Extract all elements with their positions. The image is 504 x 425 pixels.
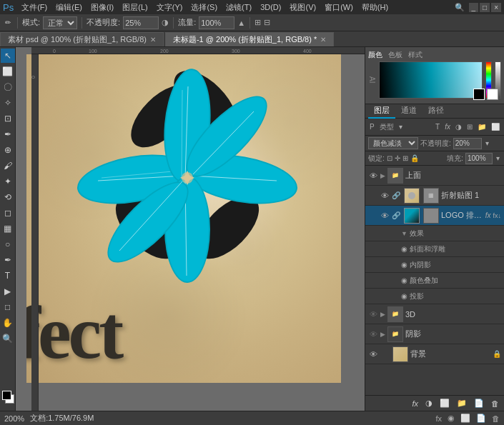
foreground-swatch[interactable]	[473, 89, 485, 100]
channels-tab[interactable]: 通道	[395, 104, 423, 119]
layer-opacity-input[interactable]	[453, 138, 482, 149]
opacity-arrow[interactable]: ▾	[484, 139, 490, 148]
layer-fill-input[interactable]	[465, 153, 493, 164]
status-circle-btn[interactable]: ◉	[448, 414, 455, 423]
filter-btn-adj[interactable]: ◑	[454, 122, 463, 131]
effect-bevel[interactable]: ◉ 斜面和浮雕	[365, 241, 504, 257]
blend-mode-select[interactable]: 正常	[43, 16, 77, 29]
fill-input[interactable]	[199, 16, 234, 29]
tool-eraser[interactable]: ◻	[1, 206, 15, 220]
tool-stamp[interactable]: ✦	[1, 174, 15, 189]
effect-color-overlay[interactable]: ◉ 颜色叠加	[365, 273, 504, 289]
menu-text[interactable]: 文字(Y)	[153, 2, 187, 13]
tab-main[interactable]: 未标题-1 @ 200% (折射贴图_1, RGB/8) * ✕	[165, 32, 334, 46]
filter-btn-smart[interactable]: ⊞	[465, 122, 474, 131]
menu-layer[interactable]: 图层(L)	[119, 2, 151, 13]
layer-logo2-visibility[interactable]: 👁	[380, 211, 390, 221]
effect-drop-shadow[interactable]: ◉ 投影	[365, 289, 504, 304]
tool-heal[interactable]: ⊕	[1, 143, 15, 157]
gradient-picker[interactable]	[379, 61, 483, 99]
filter-btn-fx[interactable]: fx	[443, 122, 452, 131]
opacity-input[interactable]	[123, 16, 159, 29]
layers-group-btn[interactable]: 📁	[455, 398, 469, 409]
tool-zoom[interactable]: 🔍	[1, 331, 15, 346]
swatch-tab[interactable]: 色板	[388, 50, 402, 60]
tool-move[interactable]: ↖	[1, 49, 15, 63]
tool-select-rect[interactable]: ⬜	[1, 64, 15, 79]
layer-shang-visibility[interactable]: 👁	[368, 171, 378, 181]
layer-blend-mode[interactable]: 颜色减淡	[368, 137, 418, 149]
tab-source-close[interactable]: ✕	[150, 36, 156, 44]
layer-bg-visibility[interactable]: 👁	[368, 349, 378, 359]
effect-bevel-vis[interactable]: ◉	[401, 245, 407, 253]
layer-shang-expand[interactable]: ▶	[380, 172, 385, 179]
layer-fold1-visibility[interactable]: 👁	[380, 191, 390, 201]
effect-inner-shadow[interactable]: ◉ 内阴影	[365, 257, 504, 273]
tool-options-btn[interactable]: ✏	[3, 18, 13, 27]
menu-3d[interactable]: 3D(D)	[257, 3, 285, 11]
menu-filter[interactable]: 滤镜(T)	[222, 2, 255, 13]
style-tab[interactable]: 样式	[408, 50, 423, 60]
menu-help[interactable]: 帮助(H)	[358, 2, 392, 13]
color-tab[interactable]: 颜色	[368, 50, 382, 60]
layers-adjustment-btn[interactable]: ◑	[423, 398, 435, 409]
layer-3d-expand[interactable]: ▶	[380, 311, 385, 318]
layers-tab[interactable]: 图层	[368, 104, 395, 119]
status-delete-btn[interactable]: 🗑	[492, 414, 500, 423]
close-button[interactable]: ×	[491, 3, 501, 12]
menu-select[interactable]: 选择(S)	[187, 2, 221, 13]
tab-source[interactable]: 素材 psd @ 100% (折射贴图_1, RGB/8) ✕	[0, 32, 164, 46]
paths-tab[interactable]: 路径	[423, 104, 450, 119]
effects-expand[interactable]: ▼	[401, 230, 407, 237]
tool-path-select[interactable]: ▶	[1, 284, 15, 299]
status-mask-btn[interactable]: ⬜	[460, 414, 470, 423]
minimize-button[interactable]: _	[469, 3, 479, 12]
lock-all-icon[interactable]: 🔒	[410, 154, 419, 162]
lock-move-icon[interactable]: ✛	[395, 154, 400, 162]
layer-shang[interactable]: 👁 ▶ 📁 上面	[365, 166, 504, 186]
filter-btn-t[interactable]: T	[434, 122, 441, 131]
layers-mask-btn[interactable]: ⬜	[438, 398, 452, 409]
tool-shape[interactable]: □	[1, 300, 15, 314]
layers-list[interactable]: 👁 ▶ 📁 上面 👁 🔗 ▦	[365, 166, 504, 395]
tool-hand[interactable]: ✋	[1, 316, 15, 330]
tool-history-brush[interactable]: ⟲	[1, 190, 15, 204]
opacity-icon[interactable]: ◑	[162, 18, 169, 27]
foreground-color[interactable]	[2, 391, 11, 400]
tab-main-close[interactable]: ✕	[320, 36, 326, 44]
layer-fold1[interactable]: 👁 🔗 ▦ 折射贴图 1	[365, 186, 504, 206]
layer-3d[interactable]: 👁 ▶ 📁 3D	[365, 304, 504, 324]
tool-dodge[interactable]: ○	[1, 237, 15, 251]
lock-pixel-icon[interactable]: ⊡	[387, 154, 392, 162]
maximize-button[interactable]: □	[480, 3, 490, 12]
tool-brush[interactable]: 🖌	[1, 159, 15, 173]
menu-file[interactable]: 文件(F)	[18, 2, 51, 13]
align-icon[interactable]: ⊞	[255, 18, 261, 27]
effect-drop-shadow-vis[interactable]: ◉	[401, 292, 407, 300]
menu-view[interactable]: 视图(V)	[286, 2, 320, 13]
dist-icon[interactable]: ⊟	[264, 18, 270, 27]
menu-image[interactable]: 图像(I)	[87, 2, 117, 13]
tool-pen[interactable]: ✒	[1, 253, 15, 267]
status-fx-btn[interactable]: fx	[435, 414, 442, 423]
menu-window[interactable]: 窗口(W)	[321, 2, 357, 13]
status-new-btn[interactable]: 📄	[476, 414, 486, 423]
fill-arrow[interactable]: ▾	[495, 154, 501, 163]
filter-btn-pixel[interactable]: ⬜	[490, 122, 501, 131]
canvas-area[interactable]: fect 0 100 200 300 400 0	[16, 47, 365, 411]
effect-color-overlay-vis[interactable]: ◉	[401, 276, 407, 284]
layer-shadow-visibility[interactable]: 👁	[368, 329, 378, 339]
tool-lasso[interactable]: 〇	[1, 80, 15, 94]
effect-inner-shadow-vis[interactable]: ◉	[401, 261, 407, 269]
background-swatch[interactable]	[487, 89, 498, 100]
layers-delete-btn[interactable]: 🗑	[489, 399, 501, 409]
layer-3d-visibility[interactable]: 👁	[368, 309, 378, 319]
layers-link-btn[interactable]: fx	[410, 399, 420, 409]
layer-bg[interactable]: 👁 背景 🔒	[365, 344, 504, 364]
lock-artboard-icon[interactable]: ⊞	[402, 154, 408, 162]
tool-eyedropper[interactable]: ✒	[1, 127, 15, 141]
layer-shadow[interactable]: 👁 ▶ 📁 阴影	[365, 324, 504, 344]
layer-logo2[interactable]: 👁 🔗 LOGO 排版_2 fx fx↓	[365, 206, 504, 226]
tool-magic-wand[interactable]: ✧	[1, 96, 15, 110]
tool-text[interactable]: T	[1, 269, 15, 283]
